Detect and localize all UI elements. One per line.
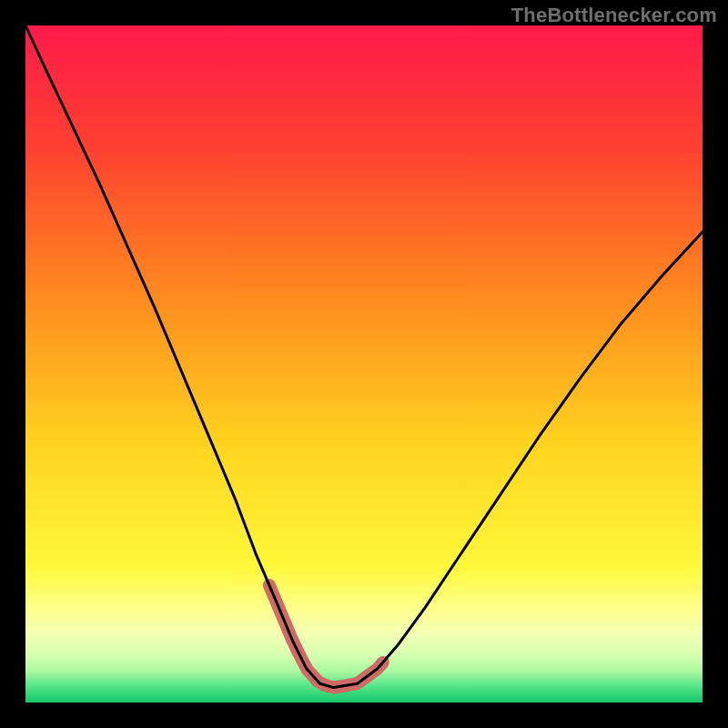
plot-area (25, 25, 703, 703)
bottleneck-curve (25, 25, 703, 688)
frame-bottom (0, 703, 728, 728)
chart-canvas (25, 25, 703, 703)
optimal-range-highlight (269, 585, 383, 688)
frame-right (703, 0, 728, 728)
watermark-text: TheBottlenecker.com (511, 4, 717, 27)
frame-left (0, 0, 25, 728)
